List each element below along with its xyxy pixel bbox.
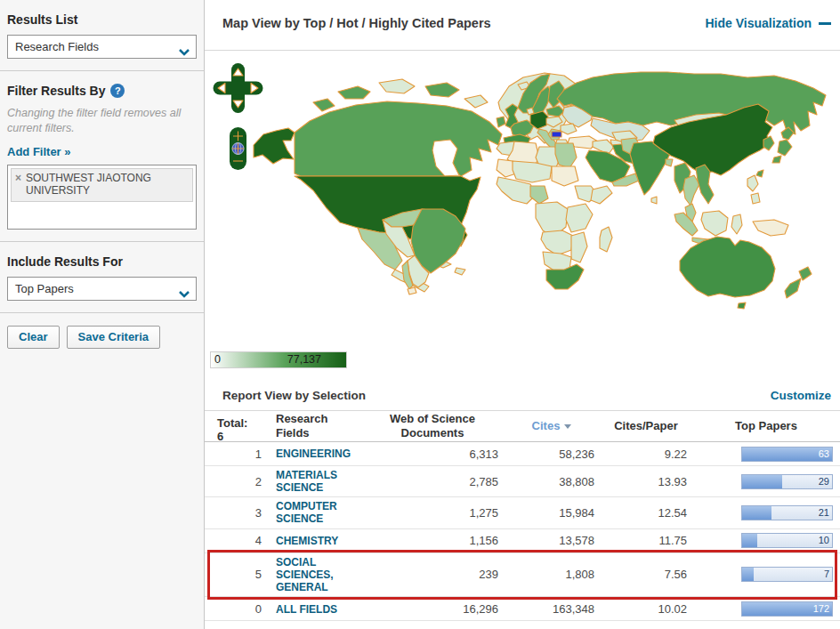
- save-criteria-button[interactable]: Save Criteria: [67, 326, 161, 349]
- legend-min-value: 0: [214, 353, 221, 366]
- row-cites-per-paper: 10.02: [600, 602, 692, 616]
- results-list-section: Results List Research Fields: [0, 12, 204, 59]
- row-top-papers: 10: [692, 533, 840, 548]
- help-icon[interactable]: ?: [110, 84, 125, 98]
- field-link[interactable]: ENGINEERING: [276, 448, 351, 460]
- top-papers-bar: 21: [741, 505, 833, 520]
- legend-max-value: 77,137: [287, 353, 321, 366]
- results-list-dropdown[interactable]: Research Fields: [7, 35, 197, 59]
- top-papers-bar-fill: [742, 506, 771, 520]
- row-cites-per-paper: 7.56: [600, 568, 692, 581]
- row-top-papers: 7: [692, 567, 840, 582]
- row-top-papers: 29: [692, 474, 840, 489]
- field-link[interactable]: CHEMISTRY: [276, 535, 338, 547]
- top-papers-value: 172: [813, 602, 829, 616]
- main-content: Map View by Top / Hot / Highly Cited Pap…: [205, 0, 840, 629]
- row-top-papers: 172: [692, 601, 840, 617]
- filter-heading: Filter Results By ?: [7, 84, 197, 98]
- sidebar: Results List Research Fields Filter Resu…: [0, 0, 205, 629]
- table-row: 3 COMPUTER SCIENCE 1,275 15,984 12.54 21: [205, 497, 840, 528]
- results-list-value: Research Fields: [15, 40, 99, 53]
- clear-button[interactable]: Clear: [7, 326, 60, 349]
- row-cites-per-paper: 12.54: [600, 506, 692, 520]
- include-results-value: Top Papers: [15, 282, 74, 295]
- column-header-cites[interactable]: Cites: [504, 411, 600, 441]
- top-papers-bar: 63: [741, 447, 833, 462]
- field-link[interactable]: ALL FIELDS: [276, 603, 337, 616]
- column-header-research-fields[interactable]: Research Fields: [269, 411, 361, 441]
- column-header-wos-documents[interactable]: Web of Science Documents: [361, 411, 504, 441]
- table-row: 0 ALL FIELDS 16,296 163,348 10.02 172: [205, 597, 840, 621]
- table-row: 4 CHEMISTRY 1,156 13,578 11.75 10: [205, 529, 840, 553]
- chevron-down-icon: [178, 44, 190, 60]
- report-view-title: Report View by Selection: [222, 389, 366, 402]
- sidebar-buttons: Clear Save Criteria: [0, 326, 204, 349]
- map-legend: 0 77,137: [210, 351, 347, 368]
- row-cites-per-paper: 11.75: [600, 534, 692, 547]
- field-link[interactable]: MATERIALS SCIENCE: [276, 469, 361, 494]
- sidebar-divider: [0, 70, 204, 71]
- remove-filter-icon[interactable]: ×: [15, 172, 21, 198]
- map-countries[interactable]: [254, 72, 826, 309]
- row-rank: 2: [205, 475, 269, 488]
- cites-sort-label: Cites: [532, 419, 561, 433]
- top-papers-bar: 10: [741, 533, 833, 548]
- total-header: Total: 6: [205, 411, 269, 441]
- table-row: 2 MATERIALS SCIENCE 2,785 38,808 13.93 2…: [205, 466, 840, 497]
- table-row: 5 SOCIAL SCIENCES, GENERAL 239 1,808 7.5…: [205, 553, 840, 597]
- top-papers-bar-fill: [742, 534, 757, 547]
- row-field: SOCIAL SCIENCES, GENERAL: [269, 556, 361, 593]
- add-filter-link[interactable]: Add Filter »: [7, 145, 71, 158]
- top-papers-bar-fill: [742, 568, 754, 581]
- customize-link[interactable]: Customize: [771, 389, 831, 402]
- filter-box[interactable]: × SOUTHWEST JIAOTONG UNIVERSITY: [7, 165, 197, 230]
- row-field: ENGINEERING: [269, 447, 361, 460]
- column-header-cites-per-paper[interactable]: Cites/Paper: [600, 411, 692, 441]
- row-wos-documents: 239: [361, 568, 504, 581]
- row-top-papers: 63: [692, 447, 840, 462]
- row-top-papers: 21: [692, 505, 840, 520]
- table-row: 1 ENGINEERING 6,313 58,236 9.22 63: [205, 442, 840, 466]
- filter-section: Filter Results By ? Changing the filter …: [0, 84, 204, 230]
- hide-visualization-label: Hide Visualization: [705, 16, 812, 30]
- row-rank: 3: [205, 506, 269, 520]
- row-field: COMPUTER SCIENCE: [269, 500, 361, 525]
- esi-app: Results List Research Fields Filter Resu…: [0, 0, 840, 629]
- map-area: 0 77,137: [205, 51, 840, 381]
- filter-note: Changing the filter field removes all cu…: [7, 106, 197, 136]
- map-pan-control[interactable]: [214, 63, 263, 113]
- row-cites: 38,808: [504, 475, 600, 488]
- chevron-down-icon: [178, 286, 190, 302]
- row-rank: 1: [205, 448, 269, 461]
- field-link[interactable]: SOCIAL SCIENCES, GENERAL: [276, 556, 361, 593]
- map-view-header: Map View by Top / Hot / Highly Cited Pap…: [205, 0, 840, 51]
- row-cites: 15,984: [504, 506, 600, 520]
- field-link[interactable]: COMPUTER SCIENCE: [276, 500, 361, 525]
- row-cites: 163,348: [504, 602, 600, 616]
- sort-descending-icon: [564, 424, 571, 429]
- row-field: ALL FIELDS: [269, 602, 361, 616]
- results-list-heading: Results List: [7, 12, 197, 27]
- include-results-dropdown[interactable]: Top Papers: [7, 277, 197, 301]
- row-wos-documents: 1,156: [361, 534, 504, 547]
- filter-chip: × SOUTHWEST JIAOTONG UNIVERSITY: [11, 168, 193, 202]
- top-papers-value: 21: [819, 506, 829, 520]
- column-header-top-papers[interactable]: Top Papers: [692, 411, 840, 441]
- map-zoom-control[interactable]: [230, 127, 246, 170]
- top-papers-value: 10: [819, 534, 829, 547]
- top-papers-value: 7: [824, 568, 829, 581]
- sidebar-divider: [0, 312, 204, 313]
- report-table: Total: 6 Research Fields Web of Science …: [205, 411, 840, 621]
- top-papers-bar-fill: [742, 475, 782, 488]
- top-papers-bar: 172: [741, 601, 833, 617]
- hide-visualization-link[interactable]: Hide Visualization: [705, 16, 831, 30]
- top-papers-bar: 7: [741, 567, 833, 582]
- world-map: [205, 51, 840, 381]
- row-wos-documents: 16,296: [361, 602, 504, 616]
- row-field: CHEMISTRY: [269, 534, 361, 547]
- filter-heading-label: Filter Results By: [7, 84, 105, 98]
- total-value: 6: [217, 430, 269, 442]
- row-cites: 1,808: [504, 568, 600, 581]
- top-papers-value: 29: [819, 475, 829, 488]
- row-rank: 4: [205, 534, 269, 547]
